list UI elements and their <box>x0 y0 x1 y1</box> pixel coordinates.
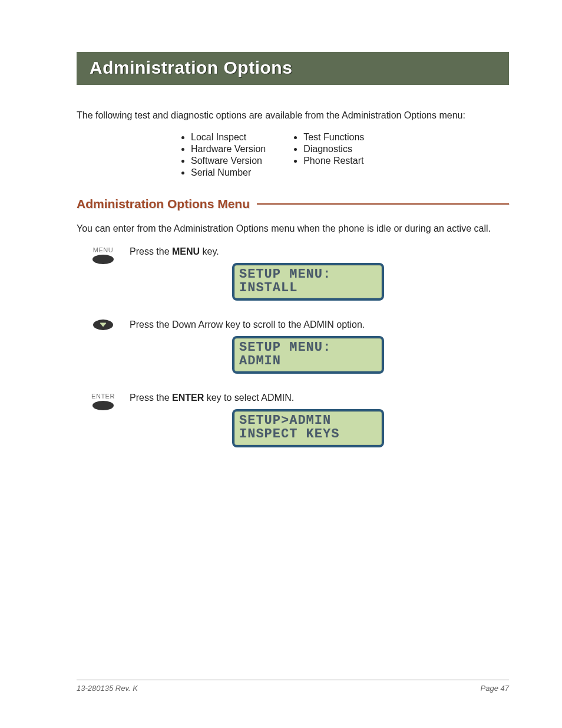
intro-text: The following test and diagnostic option… <box>77 108 509 123</box>
key-label: MENU <box>92 246 114 253</box>
lcd-line: INSPECT KEYS <box>239 427 377 441</box>
key-icon: ENTER <box>77 391 130 410</box>
page: Administration Options The following tes… <box>0 0 562 728</box>
step: MENU Press the MENU key. SETUP MENU: INS… <box>77 245 509 309</box>
section-text: You can enter from the Administration Op… <box>77 222 509 236</box>
lcd-line: ADMIN <box>239 354 377 368</box>
menu-key-icon <box>92 255 114 264</box>
lcd-display: SETUP MENU: ADMIN <box>232 336 384 374</box>
options-col-2: Test Functions Diagnostics Phone Restart <box>289 131 364 179</box>
lcd-line: SETUP MENU: <box>239 341 377 354</box>
step: ENTER Press the ENTER key to select ADMI… <box>77 391 509 455</box>
lcd-line: INSTALL <box>239 281 377 295</box>
footer-right: Page 47 <box>481 684 509 693</box>
title-bar: Administration Options <box>77 52 509 85</box>
options-columns: Local Inspect Hardware Version Software … <box>177 131 509 179</box>
list-item: Diagnostics <box>303 144 364 154</box>
step-text: Press the MENU key. <box>130 246 509 257</box>
list-item: Test Functions <box>303 132 364 143</box>
down-arrow-key-icon <box>93 319 113 330</box>
key-label: ENTER <box>91 393 115 400</box>
section-heading: Administration Options Menu <box>77 197 250 211</box>
svg-marker-0 <box>100 323 106 327</box>
key-icon <box>77 318 130 330</box>
lcd-display: SETUP MENU: INSTALL <box>232 263 384 301</box>
section-heading-row: Administration Options Menu <box>77 197 509 211</box>
list-item: Local Inspect <box>191 132 266 143</box>
page-footer: 13-280135 Rev. K Page 47 <box>77 680 509 693</box>
footer-left: 13-280135 Rev. K <box>77 684 138 693</box>
step: Press the Down Arrow key to scroll to th… <box>77 318 509 382</box>
enter-key-icon <box>92 401 114 410</box>
list-item: Hardware Version <box>191 144 266 154</box>
lcd-display: SETUP>ADMIN INSPECT KEYS <box>232 409 384 447</box>
step-text: Press the ENTER key to select ADMIN. <box>130 393 509 403</box>
heading-rule <box>257 203 509 205</box>
list-item: Software Version <box>191 156 266 166</box>
page-title: Administration Options <box>90 58 496 78</box>
lcd-line: SETUP MENU: <box>239 268 377 281</box>
list-item: Serial Number <box>191 167 266 178</box>
options-col-1: Local Inspect Hardware Version Software … <box>177 131 266 179</box>
list-item: Phone Restart <box>303 156 364 166</box>
lcd-line: SETUP>ADMIN <box>239 414 377 427</box>
key-icon: MENU <box>77 245 130 264</box>
step-text: Press the Down Arrow key to scroll to th… <box>130 319 509 330</box>
